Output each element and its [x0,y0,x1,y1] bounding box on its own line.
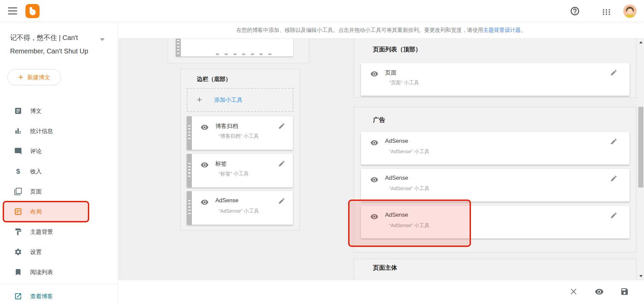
chevron-down-icon[interactable] [100,38,105,41]
widget-title: 页面 [385,69,396,77]
visibility-eye-icon[interactable] [201,198,209,206]
drag-handle[interactable] [187,116,192,150]
help-icon[interactable] [570,6,580,16]
visibility-eye-icon[interactable] [370,213,378,221]
sidebar-item-reading-list[interactable]: 阅读列表 [0,262,118,282]
layout-help-message: 在您的博客中添加、移除以及编辑小工具。点击并拖动小工具可将其重新排列。要更改列和… [118,22,644,39]
widget-title: AdSense [385,138,408,144]
edit-pencil-icon[interactable] [278,122,285,130]
google-apps-grid-icon[interactable] [601,7,612,17]
widget-subtitle: “博客归档” 小工具 [219,133,259,139]
visibility-eye-icon[interactable] [201,123,209,131]
bottom-action-bar [118,280,644,303]
widget-title: 标签 [215,160,227,168]
edit-pencil-icon[interactable] [610,138,618,145]
help-message-text: 在您的博客中添加、移除以及编辑小工具。点击并拖动小工具可将其重新排列。要更改列和… [236,27,483,34]
section-title: 页面主体 [373,264,397,272]
add-widget-button[interactable]: + 添加小工具 [187,88,293,112]
drag-handle[interactable] [187,154,192,187]
sidebar-item-posts[interactable]: 博文 [0,101,118,121]
widget-body: 标签 “标签” 小工具 [192,154,293,187]
visibility-eye-icon[interactable] [370,139,378,147]
open-in-new-icon [14,292,22,300]
blogger-logo-icon[interactable] [25,4,40,18]
sidebar-item-comments[interactable]: 评论 [0,141,118,161]
widget-adsense-2[interactable]: AdSense “AdSense” 小工具 [361,169,630,202]
edit-pencil-icon[interactable] [610,175,618,182]
posts-icon [14,107,22,115]
widget-subtitle: “AdSense” 小工具 [389,185,429,192]
drag-handle[interactable] [187,191,192,225]
theme-icon [14,228,22,236]
widget-card-clipped[interactable] [176,39,293,56]
edit-pencil-icon[interactable] [278,160,285,167]
widget-body: AdSense “AdSense” 小工具 [192,191,293,225]
help-message-suffix: 。 [521,27,526,34]
widget-title: AdSense [385,212,408,218]
settings-icon [14,248,22,256]
section-title: 页面列表（顶部） [373,45,421,53]
widget-adsense[interactable]: AdSense “AdSense” 小工具 [187,191,293,225]
blog-title-dropdown[interactable]: 记不得，憋不住 | Can't Remember, Can't Shut Up [10,31,101,58]
sidebar-item-stats[interactable]: 统计信息 [0,121,118,141]
vertical-scrollbar[interactable] [638,39,644,280]
layout-icon [14,208,22,216]
new-post-button[interactable]: + 新建博文 [7,69,61,85]
sidebar-item-layout[interactable]: 布局 [0,202,118,222]
visibility-eye-icon[interactable] [201,161,209,169]
section-title: 广告 [373,116,385,124]
blogger-layout-page: 记不得，憋不住 | Can't Remember, Can't Shut Up … [0,0,644,303]
save-icon[interactable] [620,287,629,296]
section-partial-top [168,39,309,63]
user-avatar[interactable] [623,4,637,18]
theme-designer-link[interactable]: 主题背景设计器 [483,27,521,34]
section-ads: 广告 AdSense “AdSense” 小工具 AdSense “AdSens… [354,107,636,253]
widget-labels[interactable]: 标签 “标签” 小工具 [187,154,293,187]
section-page-body: 页面主体 [354,259,636,280]
scroll-up-arrow[interactable] [638,39,644,45]
widget-subtitle: “标签” 小工具 [219,171,249,177]
widget-subtitle: “AdSense” 小工具 [389,222,429,229]
edit-pencil-icon[interactable] [278,197,285,205]
drag-handle[interactable] [176,39,181,56]
close-icon[interactable] [569,287,578,296]
widget-blog-archive[interactable]: 博客归档 “博客归档” 小工具 [187,116,293,150]
section-sidebar-bottom: 边栏（底部） + 添加小工具 博客归档 “博客归档” 小工具 [180,69,300,230]
stats-icon [14,127,22,135]
widget-pages[interactable]: 页面 “页面” 小工具 [361,63,630,96]
sidebar-item-theme[interactable]: 主题背景 [0,222,118,242]
earnings-icon: $ [14,167,22,175]
edit-pencil-icon[interactable] [610,212,618,219]
section-title: 边栏（底部） [197,75,231,83]
sidebar-item-earnings[interactable]: $ 收入 [0,161,118,181]
edit-pencil-icon[interactable] [610,69,618,76]
plus-icon: + [18,73,23,81]
comments-icon [14,147,22,155]
sidebar-divider [0,284,118,284]
visibility-eye-icon[interactable] [370,176,378,184]
widget-adsense-3[interactable]: AdSense “AdSense” 小工具 [361,206,630,239]
scrollbar-thumb[interactable] [638,107,643,187]
widget-title: AdSense [385,175,408,181]
widget-adsense-1[interactable]: AdSense “AdSense” 小工具 [361,132,630,165]
top-app-bar [0,0,644,22]
pages-icon [14,187,22,196]
view-blog-link[interactable]: 查看博客 [0,286,118,303]
clipped-text-remnant [216,53,276,55]
sidebar-item-settings[interactable]: 设置 [0,242,118,262]
widget-subtitle: “AdSense” 小工具 [389,148,429,155]
widget-subtitle: “AdSense” 小工具 [219,208,259,214]
widget-body: 博客归档 “博客归档” 小工具 [192,116,293,150]
plus-icon: + [197,94,202,105]
reading-list-icon [14,268,22,276]
sidebar-item-pages[interactable]: 页面 [0,181,118,202]
scroll-down-arrow[interactable] [638,273,644,279]
widget-title: AdSense [215,197,238,204]
section-page-list-top: 页面列表（顶部） 页面 “页面” 小工具 [354,39,636,98]
widget-title: 博客归档 [215,122,238,130]
preview-eye-icon[interactable] [594,287,604,296]
visibility-eye-icon[interactable] [370,70,378,78]
sidebar: 记不得，憋不住 | Can't Remember, Can't Shut Up … [0,22,118,303]
hamburger-menu-icon[interactable] [8,7,17,14]
widget-subtitle: “页面” 小工具 [389,80,419,86]
